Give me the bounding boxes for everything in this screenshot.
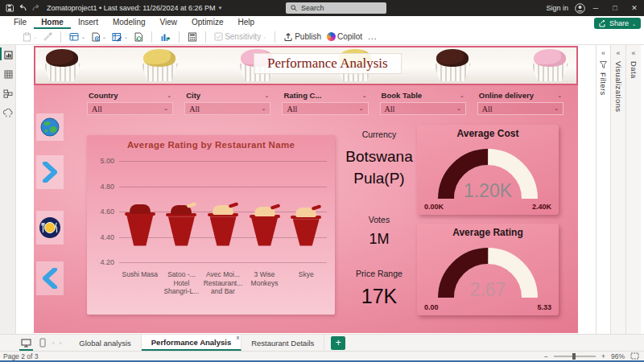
menu-item[interactable]: Home [34, 18, 71, 29]
chart-gridline [119, 187, 327, 187]
page-tab-restaurant-details[interactable]: Restaurant Details [242, 335, 324, 351]
tab-scroll-right-icon[interactable]: › [60, 339, 62, 347]
menu-item[interactable]: Help [230, 18, 262, 29]
filters-pane-collapsed[interactable]: « Filters [596, 45, 610, 334]
new-page-button[interactable]: + [331, 336, 345, 350]
chevron-down-icon: ⌄ [265, 93, 270, 99]
zoom-slider-thumb[interactable] [572, 353, 576, 360]
publish-button[interactable]: Publish [283, 32, 321, 41]
expand-pane-icon[interactable]: « [601, 49, 605, 57]
bar-chart-visual[interactable]: Average Rating by Restaurant Name 5.004.… [87, 135, 335, 315]
menu-item[interactable]: Modeling [105, 18, 153, 29]
data-pane-collapsed[interactable]: « Data [625, 45, 641, 334]
zoom-in-button[interactable]: + [601, 352, 605, 360]
zoom-slider[interactable] [554, 356, 596, 357]
get-data-button[interactable]: ⌄ [69, 32, 85, 42]
sign-in-button[interactable]: Sign in [546, 4, 568, 12]
slicer-dropdown[interactable]: All ⌄ [184, 102, 270, 115]
clipboard-icon [23, 32, 31, 42]
minimize-button[interactable]: ─ [586, 0, 605, 16]
kpi-card[interactable]: Currency Botswana Pula(P) [336, 130, 422, 189]
slicer: Country ⌄ All ⌄ [87, 90, 173, 121]
page-tab-global-analysis[interactable]: Global analysis [69, 335, 141, 351]
desktop-layout-button[interactable] [21, 335, 31, 351]
bar-cup-5[interactable] [291, 208, 321, 245]
redo-icon[interactable] [29, 2, 42, 14]
mobile-layout-button[interactable] [39, 335, 46, 351]
workspace: Performance Analysis Country ⌄ All ⌄ [0, 45, 644, 334]
bar-cup-4[interactable] [250, 207, 280, 246]
table-view-button[interactable] [0, 64, 16, 84]
bar-cup-1[interactable] [125, 204, 155, 246]
chevron-down-icon: ⌄ [163, 105, 168, 112]
new-measure-button[interactable] [188, 32, 197, 42]
model-view-button[interactable] [0, 84, 16, 103]
paste-button[interactable]: ⌄ [23, 32, 37, 42]
search-input[interactable]: Search [286, 2, 386, 14]
slicer-dropdown[interactable]: All ⌄ [87, 102, 173, 115]
kpi-card[interactable]: Price Range 17K [336, 269, 422, 308]
kpi-value: Botswana Pula(P) [336, 146, 422, 189]
restaurant-nav-button[interactable] [36, 211, 64, 245]
mobile-icon [39, 338, 46, 348]
import-data-button[interactable]: ⌄ [91, 32, 106, 42]
format-painter-button[interactable] [43, 32, 52, 41]
paintbrush-icon [43, 32, 52, 41]
menu-item[interactable]: View [153, 18, 185, 29]
model-view-icon [3, 89, 13, 98]
share-button[interactable]: Share ⌄ [594, 18, 641, 29]
calculator-icon [188, 32, 197, 42]
account-avatar-icon[interactable] [573, 2, 586, 14]
gauge-average-rating[interactable]: Average Rating 2.67 0.00 5.33 [417, 224, 559, 315]
close-page-icon[interactable]: x [237, 335, 240, 340]
gauge-max-label: 5.33 [537, 303, 551, 311]
page-tab-bar: ‹ › Global analysisPerformance Analysisx… [0, 334, 644, 351]
sensitivity-button[interactable]: Sensitivity ⌄ [214, 32, 266, 41]
report-view-button[interactable] [0, 45, 16, 64]
publish-label: Publish [295, 32, 321, 41]
maximize-button[interactable]: □ [605, 0, 625, 16]
visualizations-pane-collapsed[interactable]: « Visualizations [610, 45, 625, 334]
save-icon[interactable] [3, 2, 16, 14]
new-visual-button[interactable] [160, 32, 171, 42]
next-page-nav-button[interactable] [36, 155, 64, 189]
copilot-button[interactable]: Copilot [327, 32, 362, 41]
bar-cup-2[interactable] [166, 205, 196, 245]
gauge-min-label: 0.00 [424, 303, 439, 311]
slicer-dropdown[interactable]: All ⌄ [477, 102, 564, 115]
gauge-average-cost[interactable]: Average Cost 1.20K 0.00K 2.40K [417, 125, 559, 215]
chevron-left-icon [42, 268, 58, 289]
slicer-header[interactable]: Country ⌄ [87, 90, 173, 101]
undo-icon[interactable] [16, 2, 29, 14]
title-dropdown-icon[interactable]: ▾ [219, 5, 222, 11]
globe-nav-button[interactable] [36, 113, 64, 141]
menu-item[interactable]: Optimize [184, 18, 230, 29]
kpi-value: 17K [336, 285, 422, 308]
expand-pane-icon[interactable]: « [631, 49, 635, 57]
page-tab-performance-analysis[interactable]: Performance Analysisx [142, 335, 242, 351]
slicer-header[interactable]: Online delivery ⌄ [477, 90, 564, 101]
more-options-button[interactable]: ... [368, 32, 377, 41]
slicer-label: City [186, 91, 200, 100]
cupcake-chocolate [429, 49, 476, 81]
slicer-header[interactable]: City ⌄ [184, 90, 270, 101]
refresh-icon [134, 32, 143, 42]
tab-scroll-left-icon[interactable]: ‹ [52, 339, 55, 347]
slicer-label: Country [89, 91, 118, 100]
chevron-right-icon [42, 162, 58, 183]
expand-pane-icon[interactable]: « [616, 49, 620, 57]
dax-query-view-button[interactable] [0, 103, 16, 122]
zoom-out-button[interactable]: − [544, 352, 548, 360]
refresh-button[interactable] [134, 32, 143, 42]
close-button[interactable]: ✕ [625, 0, 644, 16]
menu-item[interactable]: File [6, 18, 34, 29]
transform-data-button[interactable]: ⌄ [112, 32, 128, 42]
gauge-arc: 1.20K [418, 141, 558, 202]
kpi-card[interactable]: Votes 1M [336, 215, 422, 248]
bar-cup-3[interactable] [208, 205, 238, 245]
menu-list: FileHomeInsertModelingViewOptimizeHelp [6, 18, 262, 29]
publish-icon [283, 32, 293, 41]
previous-page-nav-button[interactable] [36, 261, 64, 295]
menu-item[interactable]: Insert [71, 18, 105, 29]
fit-to-page-icon[interactable] [630, 352, 639, 360]
